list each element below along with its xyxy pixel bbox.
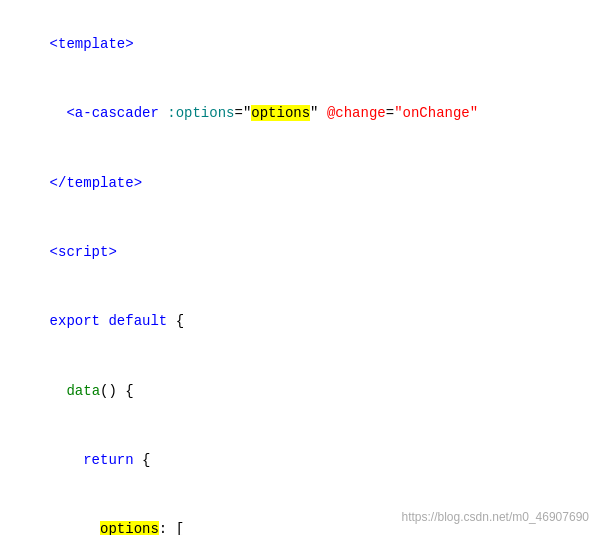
brace-open-6: { xyxy=(125,383,133,399)
kw-default: default xyxy=(108,313,167,329)
indent-8 xyxy=(50,521,100,535)
indent-2 xyxy=(50,105,67,121)
attr-options-name: options xyxy=(176,105,235,121)
code-line-4: <script> xyxy=(16,218,585,287)
code-line-1: <template> xyxy=(16,10,585,79)
indent-7 xyxy=(50,452,84,468)
paren-open-6: () xyxy=(100,383,117,399)
brace-open-7: { xyxy=(142,452,150,468)
space-3 xyxy=(319,105,327,121)
space-2 xyxy=(159,105,167,121)
attr-change-event: @change xyxy=(327,105,386,121)
attr-options-value: options xyxy=(251,105,310,121)
watermark: https://blog.csdn.net/m0_46907690 xyxy=(402,508,589,527)
tag-script-close: > xyxy=(108,244,116,260)
kw-return: return xyxy=(83,452,133,468)
code-line-7: return { xyxy=(16,426,585,495)
fn-data: data xyxy=(66,383,100,399)
tag-template-open: < xyxy=(50,36,58,52)
attr-bind-colon: : xyxy=(167,105,175,121)
space-7 xyxy=(134,452,142,468)
attr-eq: = xyxy=(234,105,242,121)
tag-cascader-open: < xyxy=(66,105,74,121)
code-line-6: data() { xyxy=(16,356,585,425)
tag-template-name: template xyxy=(58,36,125,52)
eq2: = xyxy=(386,105,394,121)
tag-template-close-bracket: > xyxy=(125,36,133,52)
code-line-2: <a-cascader :options="options" @change="… xyxy=(16,79,585,148)
tag-script-name: script xyxy=(58,244,108,260)
code-line-3: </template> xyxy=(16,149,585,218)
kw-export: export xyxy=(50,313,100,329)
attr-quote2: " xyxy=(310,105,318,121)
indent-6 xyxy=(50,383,67,399)
code-line-5: export default { xyxy=(16,287,585,356)
brace-open-5: { xyxy=(176,313,184,329)
space-5b xyxy=(167,313,175,329)
prop-options: options xyxy=(100,521,159,535)
tag-template-close-end: > xyxy=(134,175,142,191)
tag-template-close-name: template xyxy=(66,175,133,191)
tag-template-close: </ xyxy=(50,175,67,191)
space-6 xyxy=(117,383,125,399)
tag-script-open: < xyxy=(50,244,58,260)
attr-change-val: "onChange" xyxy=(394,105,478,121)
tag-cascader-name: a-cascader xyxy=(75,105,159,121)
code-editor: <template> <a-cascader :options="options… xyxy=(0,0,601,535)
colon-8: : [ xyxy=(159,521,184,535)
